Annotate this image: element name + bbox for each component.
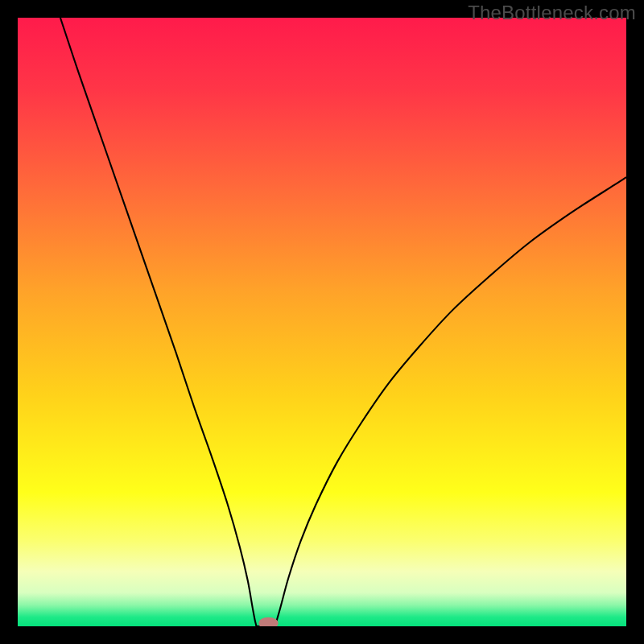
- chart-svg: [18, 18, 626, 626]
- chart-frame: TheBottleneck.com: [0, 0, 644, 644]
- watermark-text: TheBottleneck.com: [468, 2, 636, 24]
- chart-background: [18, 18, 626, 626]
- chart-plot-area: [18, 18, 626, 626]
